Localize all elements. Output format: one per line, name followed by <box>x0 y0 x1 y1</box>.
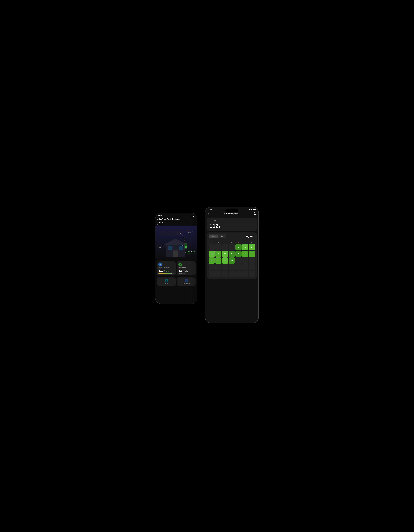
cal-cell-w4d6[interactable] <box>242 264 248 270</box>
weekday-M: M <box>215 241 222 243</box>
cal-cell-w3d3[interactable]: 5 <box>222 257 228 264</box>
cal-cell-w2d5[interactable]: 4 <box>235 251 242 257</box>
year-tab-btn[interactable]: Year <box>218 235 226 238</box>
cal-cell-w5d7[interactable] <box>249 271 255 277</box>
svg-rect-1 <box>162 229 183 230</box>
charge-label: 2.36 kW ⚡ Charging·65% <box>184 251 195 254</box>
battery-fill <box>253 209 255 210</box>
energy-independence-card[interactable]: ⚡ Energy Independence 112% +5%↑ <box>157 261 176 276</box>
back-phone-title: EcoFlow PowerOcean <box>159 218 178 220</box>
cal-cell-w1d6[interactable]: 12 <box>242 244 248 250</box>
svg-rect-11 <box>168 246 173 250</box>
cal-cell-w3d1[interactable]: 10 <box>209 257 215 264</box>
energy-progress-fill <box>159 273 171 274</box>
weather-icon: ☀ <box>157 222 159 224</box>
calendar-header: S M T W T F S <box>209 241 255 243</box>
cal-cell-w3d4[interactable]: 12 <box>229 257 235 264</box>
earnings-icon: ◈ <box>179 263 182 266</box>
cal-cell-w3d5[interactable] <box>235 257 242 264</box>
energy-label: Energy Independence <box>159 267 174 268</box>
weekday-T2: T <box>235 241 242 243</box>
cal-cell-w4d7[interactable] <box>249 264 255 270</box>
impact-icon: ◉ <box>165 279 168 282</box>
cal-cell-w4d1[interactable] <box>209 264 215 270</box>
cal-cell-w5d3[interactable] <box>222 271 228 277</box>
earnings-sub: 112€ till now <box>179 273 194 274</box>
cards-row: ⚡ Energy Independence 112% +5%↑ <box>155 260 197 276</box>
month-tab-btn[interactable]: Month <box>209 235 218 238</box>
phone-back: 20:37 ‹ EcoFlow PowerOcean ≋ ☀ 25 <box>155 213 197 304</box>
cal-cell-w5d2[interactable] <box>215 271 221 277</box>
svg-rect-15 <box>185 246 187 248</box>
energy-value: 112% <box>159 269 165 272</box>
cal-cell-w2d7[interactable]: 6 <box>249 251 255 257</box>
cal-cell-w5d4[interactable] <box>229 271 235 277</box>
weather-condition: Sunny <box>155 224 197 226</box>
signal-back <box>192 215 195 217</box>
cal-cell-w1d2[interactable] <box>215 244 221 250</box>
cal-cell-w2d3[interactable]: 13 <box>222 251 228 257</box>
weekday-S1: S <box>209 241 215 243</box>
scene: 20:37 ‹ EcoFlow PowerOcean ≋ ☀ 25 <box>155 207 259 325</box>
cal-cell-w4d5[interactable] <box>235 264 242 270</box>
weekday-T1: T <box>222 241 228 243</box>
cal-cell-w4d4[interactable] <box>229 264 235 270</box>
cal-cell-w5d6[interactable] <box>242 271 248 277</box>
svg-rect-4 <box>160 234 182 235</box>
tab-row: ◉ Impact ⌂ Consumption <box>155 276 197 287</box>
cal-cell-w2d2[interactable]: 8 <box>215 251 221 257</box>
cal-cell-w1d4[interactable] <box>229 244 235 250</box>
share-button[interactable] <box>254 212 256 215</box>
weekday-S2: S <box>248 241 255 243</box>
consumption-tab[interactable]: ⌂ Consumption <box>177 277 196 286</box>
status-right <box>248 209 255 210</box>
consumption-label: Consumption <box>183 283 190 284</box>
front-title: Total Earnings <box>224 212 238 215</box>
total-earnings-card[interactable]: ◈ Total Earnings 12 € today 112€ till no… <box>177 261 196 276</box>
cal-cell-w2d6[interactable]: 5 <box>242 251 248 257</box>
cal-cell-w2d4[interactable]: 5 <box>229 251 235 257</box>
info-icon[interactable]: i <box>214 220 216 222</box>
cal-cell-w4d3[interactable] <box>222 264 228 270</box>
cal-cell-w5d5[interactable] <box>235 271 242 277</box>
energy-progress-bar <box>159 273 174 274</box>
status-bar-back: 20:37 <box>155 213 197 217</box>
phone-front-screen: 20:37 <box>205 207 258 323</box>
cal-cell-w3d7[interactable] <box>249 257 255 264</box>
calendar-card: Month Year May, 2023 ▾ S M T W T F <box>207 232 257 279</box>
cal-cell-w5d1[interactable] <box>209 271 215 277</box>
consumption-icon: ⌂ <box>185 279 188 282</box>
svg-rect-3 <box>161 232 182 233</box>
energy-trend: +5%↑ <box>166 270 169 272</box>
month-label: May, 2023 ▾ <box>245 236 255 238</box>
time-back: 20:37 <box>158 215 162 217</box>
back-arrow-back[interactable]: ‹ <box>157 218 158 220</box>
svg-rect-2 <box>161 231 183 232</box>
cal-cell-w1d1[interactable] <box>209 244 215 250</box>
battery-icon-front <box>253 209 255 210</box>
weather-row: ☀ 25 °C <box>155 221 197 224</box>
phone-back-screen: 20:37 ‹ EcoFlow PowerOcean ≋ ☀ 25 <box>155 213 197 304</box>
header-back: ‹ EcoFlow PowerOcean ≋ <box>155 217 197 221</box>
phone-front: 20:37 <box>205 207 259 323</box>
cal-cell-w1d3[interactable] <box>222 244 228 250</box>
progress-dot <box>170 273 172 274</box>
cal-cell-w3d6[interactable] <box>242 257 248 264</box>
wifi-icon-back: ≋ <box>178 218 180 220</box>
svg-rect-12 <box>179 246 183 250</box>
home-label: 5.55 kW Home <box>158 245 165 248</box>
cal-cell-w3d2[interactable]: 9 <box>215 257 221 264</box>
cal-cell-w4d2[interactable] <box>215 264 221 270</box>
time-front: 20:37 <box>208 209 213 211</box>
cal-cell-w1d7[interactable]: 11 <box>249 244 255 250</box>
solar-label: 8.07 kW Solar <box>188 230 195 233</box>
energy-icon: ⚡ <box>159 263 162 266</box>
impact-label: Impact <box>165 283 168 284</box>
back-button-front[interactable]: ‹ <box>208 212 209 215</box>
impact-tab[interactable]: ◉ Impact <box>157 277 176 286</box>
calendar-grid: 1 12 11 11 8 13 5 4 5 6 10 9 5 12 <box>209 244 255 277</box>
signal-bars-front <box>248 209 250 210</box>
cal-cell-w1d5[interactable]: 1 <box>235 244 242 250</box>
cal-cell-w2d1[interactable]: 11 <box>209 251 215 257</box>
chevron-down-icon[interactable]: ▾ <box>254 236 255 238</box>
